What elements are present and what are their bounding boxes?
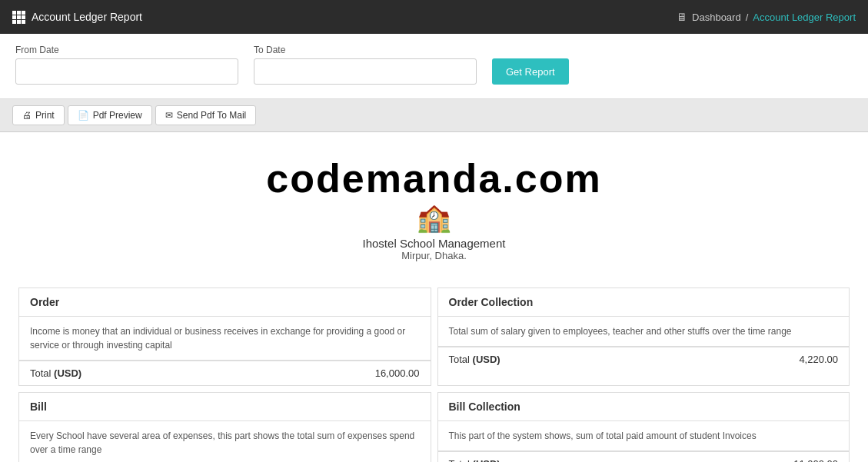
print-button[interactable]: 🖨 Print	[12, 105, 65, 125]
bill-collection-total-row: Total (USD) 11,000.00	[438, 451, 850, 462]
print-label: Print	[35, 110, 55, 121]
main-content: codemanda.com 🏫 Ihostel School Managemen…	[0, 132, 868, 462]
order-collection-total-label: Total (USD)	[449, 354, 800, 365]
pdf-preview-label: Pdf Preview	[93, 110, 142, 121]
bill-header: Bill	[19, 393, 431, 421]
bill-section: Bill Every School have several area of e…	[18, 392, 431, 462]
mail-icon: ✉	[165, 110, 173, 121]
report-grid: Order Income is money that an individual…	[15, 284, 853, 462]
bill-collection-total-label: Total (USD)	[449, 458, 794, 462]
order-total-row: Total (USD) 16,000.00	[19, 361, 431, 385]
breadcrumb-separator: /	[746, 12, 749, 23]
navbar-title: Account Ledger Report	[32, 11, 142, 23]
filter-bar: From Date To Date Get Report	[0, 34, 868, 99]
from-date-group: From Date	[15, 45, 238, 85]
breadcrumb: 🖥 Dashboard / Account Ledger Report	[677, 11, 856, 23]
send-pdf-button[interactable]: ✉ Send Pdf To Mail	[155, 105, 257, 125]
order-collection-header: Order Collection	[438, 288, 850, 317]
order-description: Income is money that an individual or bu…	[19, 317, 431, 361]
bill-collection-section: Bill Collection This part of the system …	[437, 392, 850, 462]
order-collection-section: Order Collection Total sum of salary giv…	[437, 288, 850, 386]
monitor-icon: 🖥	[677, 11, 687, 23]
order-section: Order Income is money that an individual…	[18, 288, 431, 386]
print-icon: 🖨	[22, 110, 32, 121]
watermark-text: codemanda.com	[15, 155, 853, 201]
from-date-label: From Date	[15, 45, 238, 55]
to-date-input[interactable]	[254, 58, 477, 85]
watermark-section: codemanda.com 🏫 Ihostel School Managemen…	[15, 148, 853, 277]
order-header: Order	[19, 288, 431, 317]
to-date-group: To Date	[254, 45, 477, 85]
school-icon: 🏫	[15, 201, 853, 234]
bill-description: Every School have several area of expens…	[19, 421, 431, 462]
order-total-label: Total (USD)	[30, 367, 375, 379]
bill-collection-description: This part of the system shows, sum of to…	[438, 421, 850, 451]
get-report-button[interactable]: Get Report	[492, 58, 569, 85]
order-collection-total-value: 4,220.00	[799, 354, 838, 365]
breadcrumb-dashboard[interactable]: Dashboard	[692, 12, 741, 23]
to-date-label: To Date	[254, 45, 477, 55]
grid-icon	[12, 11, 25, 24]
navbar-brand: Account Ledger Report	[12, 11, 142, 24]
send-pdf-label: Send Pdf To Mail	[177, 110, 247, 121]
pdf-icon: 📄	[78, 110, 89, 121]
school-address: Mirpur, Dhaka.	[15, 250, 853, 261]
bill-collection-total-value: 11,000.00	[793, 458, 838, 462]
bill-collection-header: Bill Collection	[438, 393, 850, 421]
order-collection-description: Total sum of salary given to employees, …	[438, 317, 850, 347]
filter-row: From Date To Date Get Report	[15, 45, 853, 85]
school-name: Ihostel School Management	[15, 237, 853, 250]
action-bar: 🖨 Print 📄 Pdf Preview ✉ Send Pdf To Mail	[0, 99, 868, 132]
order-collection-total-row: Total (USD) 4,220.00	[438, 347, 850, 371]
breadcrumb-current: Account Ledger Report	[753, 12, 856, 23]
pdf-preview-button[interactable]: 📄 Pdf Preview	[68, 105, 152, 125]
navbar: Account Ledger Report 🖥 Dashboard / Acco…	[0, 0, 868, 34]
order-total-value: 16,000.00	[375, 367, 420, 379]
from-date-input[interactable]	[15, 58, 238, 85]
